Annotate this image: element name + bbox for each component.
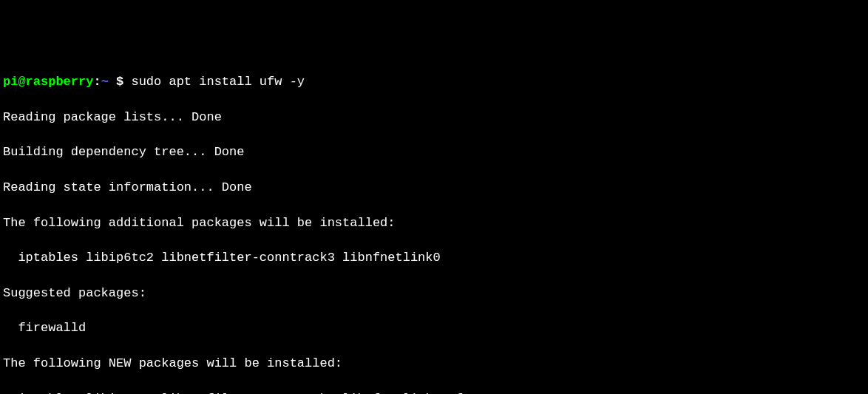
- output-line: The following additional packages will b…: [3, 214, 865, 232]
- output-line: iptables libip6tc2 libnetfilter-conntrac…: [3, 249, 865, 267]
- prompt-user: pi@raspberry: [3, 75, 93, 89]
- prompt-path: ~: [101, 75, 116, 89]
- prompt-colon: :: [93, 75, 101, 89]
- prompt-line: pi@raspberry:~ $ sudo apt install ufw -y: [3, 73, 865, 91]
- output-line: firewalld: [3, 319, 865, 337]
- output-line: Reading package lists... Done: [3, 109, 865, 126]
- command-text: sudo apt install ufw -y: [131, 75, 305, 89]
- output-line: Suggested packages:: [3, 285, 865, 302]
- output-line: The following NEW packages will be insta…: [3, 355, 865, 373]
- prompt-dollar: $: [116, 75, 131, 89]
- output-line: Reading state information... Done: [3, 179, 865, 197]
- output-line: Building dependency tree... Done: [3, 143, 865, 161]
- output-line: iptables libip6tc2 libnetfilter-conntrac…: [3, 390, 865, 394]
- terminal-output[interactable]: pi@raspberry:~ $ sudo apt install ufw -y…: [3, 73, 865, 394]
